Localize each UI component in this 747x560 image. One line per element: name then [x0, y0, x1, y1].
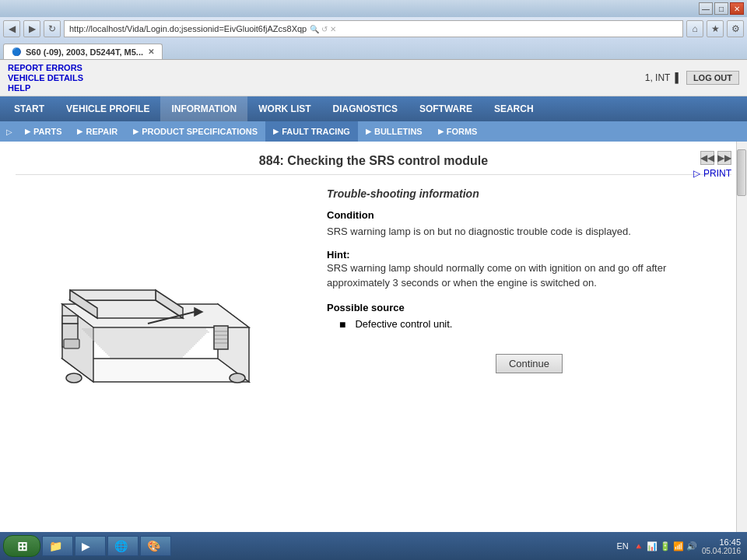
close-button[interactable]: ✕ [730, 2, 744, 15]
scrollbar-thumb[interactable] [737, 149, 746, 196]
tab-close-button[interactable]: ✕ [148, 47, 154, 56]
print-label: PRINT [703, 168, 731, 179]
nav-software[interactable]: SOFTWARE [409, 96, 483, 121]
taskbar: ⊞ 📁 ▶ 🌐 🎨 EN 🔺 📊 🔋 📶 🔊 16:45 05.04.2016 [0, 532, 747, 560]
taskbar-right-area: EN 🔺 📊 🔋 📶 🔊 16:45 05.04.2016 [616, 537, 744, 555]
report-errors-link[interactable]: REPORT ERRORS [8, 63, 83, 72]
troubleshoot-title: Trouble-shooting information [327, 187, 731, 200]
bullet-icon: ■ [339, 318, 345, 331]
home-button[interactable]: ⌂ [686, 20, 703, 37]
content-area: 884: Checking the SRS control module ◀◀ … [0, 142, 747, 537]
browser-nav-bar: ◀ ▶ ↻ http://localhost/Vida/Login.do;jse… [0, 17, 747, 40]
clock-area: 16:45 05.04.2016 [702, 537, 741, 555]
nav-work-list[interactable]: WORK LIST [247, 96, 321, 121]
srs-control-module-diagram [16, 203, 265, 421]
product-specs-arrow-icon: ▶ [133, 128, 139, 135]
forms-arrow-icon: ▶ [438, 128, 444, 135]
print-button[interactable]: ▷ PRINT [693, 168, 731, 179]
subnav-forms-label: FORMS [447, 127, 478, 136]
subnav-bulletins-label: BULLETINS [374, 127, 423, 136]
next-page-button[interactable]: ▶▶ [717, 151, 731, 165]
hint-text: SRS warning lamp should normally come on… [327, 261, 731, 291]
user-info: 1, INT [645, 72, 671, 83]
nav-vehicle-profile[interactable]: VEHICLE PROFILE [55, 96, 160, 121]
repair-arrow-icon: ▶ [77, 128, 82, 135]
hint-label: Hint: [327, 249, 350, 261]
parts-arrow-icon: ▶ [25, 128, 30, 135]
svg-rect-10 [214, 326, 228, 349]
fault-tracing-arrow-icon: ▶ [273, 128, 279, 135]
prev-page-button[interactable]: ◀◀ [700, 151, 714, 165]
sub-navigation: ▷ ▶ PARTS ▶ REPAIR ▶ PRODUCT SPECIFICATI… [0, 121, 747, 142]
tab-bar: 🔵 S60 (-09), 2003, D5244T, M5... ✕ [0, 40, 747, 59]
content-body: Trouble-shooting information Condition S… [16, 187, 731, 439]
forward-button[interactable]: ▶ [23, 20, 40, 37]
minimize-button[interactable]: — [699, 2, 713, 15]
scrollbar[interactable] [736, 142, 747, 537]
app-top-links: REPORT ERRORS VEHICLE DETAILS HELP [8, 63, 83, 93]
vehicle-details-link[interactable]: VEHICLE DETAILS [8, 73, 83, 82]
maximize-button[interactable]: □ [714, 2, 728, 15]
browser-tab-active[interactable]: 🔵 S60 (-09), 2003, D5244T, M5... ✕ [3, 44, 163, 59]
taskbar-ie-button[interactable]: 🌐 [107, 536, 139, 556]
star-button[interactable]: ★ [707, 20, 724, 37]
paint-icon: 🎨 [147, 540, 160, 552]
title-bar: — □ ✕ [0, 0, 747, 17]
back-button[interactable]: ◀ [3, 20, 20, 37]
info-panel: Trouble-shooting information Condition S… [327, 187, 731, 439]
subnav-repair-label: REPAIR [86, 127, 117, 136]
nav-diagnostics[interactable]: DIAGNOSTICS [322, 96, 409, 121]
settings-button[interactable]: ⚙ [727, 20, 744, 37]
subnav-parts[interactable]: ▶ PARTS [17, 121, 69, 142]
subnav-repair[interactable]: ▶ REPAIR [69, 121, 125, 142]
svg-rect-38 [64, 339, 79, 348]
media-icon: ▶ [82, 540, 90, 552]
taskbar-time: 16:45 [702, 537, 741, 547]
language-indicator: EN [616, 541, 628, 551]
bulletins-arrow-icon: ▶ [366, 128, 371, 135]
content-nav-arrows[interactable]: ◀◀ ▶▶ [700, 151, 731, 165]
logout-button[interactable]: LOG OUT [686, 71, 739, 85]
window-controls[interactable]: — □ ✕ [699, 2, 744, 15]
subnav-fault-tracing-label: FAULT TRACING [282, 127, 350, 136]
subnav-bulletins[interactable]: ▶ BULLETINS [358, 121, 430, 142]
bullet-list-item: ■ Defective control unit. [339, 318, 731, 331]
continue-row: Continue [327, 354, 731, 386]
subnav-product-specs[interactable]: ▶ PRODUCT SPECIFICATIONS [125, 121, 265, 142]
svg-point-36 [66, 373, 82, 383]
condition-text: SRS warning lamp is on but no diagnostic… [327, 224, 731, 240]
app-top-bar: REPORT ERRORS VEHICLE DETAILS HELP 1, IN… [0, 60, 747, 96]
taskbar-paint-button[interactable]: 🎨 [140, 536, 171, 556]
nav-start[interactable]: START [3, 96, 55, 121]
continue-button[interactable]: Continue [496, 354, 563, 373]
bullet-text: Defective control unit. [355, 318, 452, 330]
condition-label: Condition [327, 209, 731, 221]
system-tray-icons: 🔺 📊 🔋 📶 🔊 [633, 541, 697, 551]
help-link[interactable]: HELP [8, 83, 83, 93]
app-top-right: 1, INT ▌ LOG OUT [645, 71, 739, 85]
nav-search[interactable]: SEARCH [483, 96, 545, 121]
svg-point-37 [230, 373, 245, 383]
address-bar[interactable]: http://localhost/Vida/Login.do;jsessioni… [64, 20, 683, 37]
separator: ▌ [675, 72, 682, 83]
address-text: http://localhost/Vida/Login.do;jsessioni… [69, 24, 307, 33]
print-icon: ▷ [693, 168, 700, 179]
taskbar-date: 05.04.2016 [702, 547, 741, 555]
taskbar-explorer-button[interactable]: 📁 [42, 536, 73, 556]
nav-information[interactable]: INFORMATION [160, 96, 247, 121]
diagram-area [16, 187, 311, 439]
tab-label: S60 (-09), 2003, D5244T, M5... [26, 47, 143, 57]
svg-marker-9 [62, 316, 78, 324]
explorer-icon: 📁 [49, 540, 62, 552]
ie-icon: 🌐 [114, 540, 128, 552]
sub-nav-indicator: ▷ [3, 121, 16, 142]
subnav-parts-label: PARTS [33, 127, 61, 136]
tab-favicon: 🔵 [12, 47, 21, 56]
taskbar-media-button[interactable]: ▶ [75, 536, 106, 556]
subnav-forms[interactable]: ▶ FORMS [430, 121, 486, 142]
subnav-fault-tracing[interactable]: ▶ FAULT TRACING [265, 121, 358, 142]
start-button[interactable]: ⊞ [3, 535, 40, 557]
refresh-button[interactable]: ↻ [44, 20, 61, 37]
possible-source-label: Possible source [327, 302, 731, 313]
windows-logo-icon: ⊞ [17, 539, 27, 554]
